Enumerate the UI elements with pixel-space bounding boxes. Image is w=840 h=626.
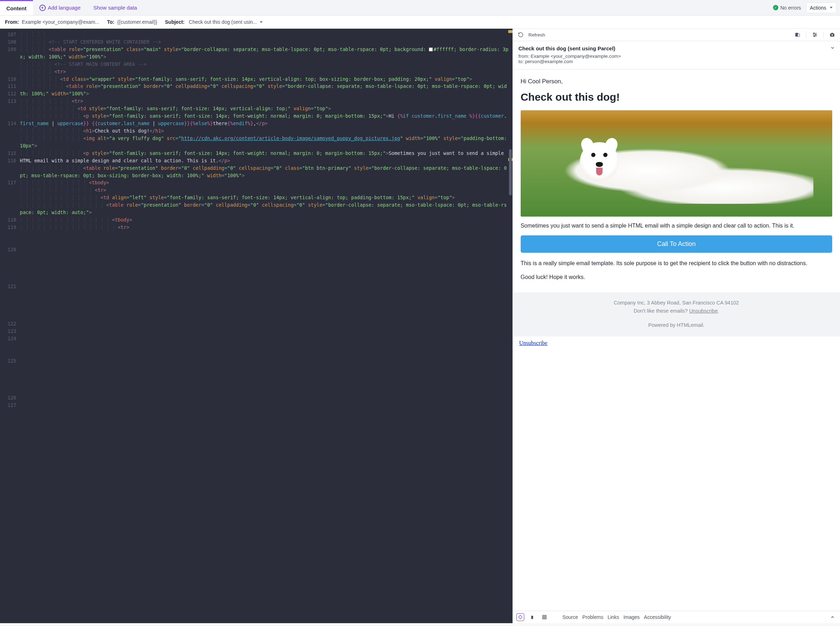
grid-icon[interactable]: [541, 613, 548, 621]
subject-value: Check out this dog (sent usin...: [189, 19, 257, 25]
plain-unsubscribe-row: Unsubscribe: [513, 336, 840, 350]
svg-point-8: [519, 616, 522, 618]
show-sample-data-button[interactable]: Show sample data: [87, 0, 143, 15]
unsubscribe-link[interactable]: Unsubscribe: [519, 340, 547, 346]
error-indicator[interactable]: ✓ No errors: [773, 5, 801, 11]
svg-rect-9: [531, 615, 533, 619]
email-hero-image: [521, 110, 832, 217]
meta-to[interactable]: To: {{customer.email}}: [107, 19, 157, 25]
email-paragraph-3: Good luck! Hope it works.: [521, 273, 832, 281]
tab-images[interactable]: Images: [623, 614, 640, 620]
svg-rect-1: [798, 34, 799, 36]
svg-point-4: [814, 36, 815, 37]
email-headline: Check out this dog!: [521, 91, 832, 103]
email-paragraph-2: This is a really simple email template. …: [521, 259, 832, 267]
footer-powered: Powered by HTMLemail.: [521, 321, 832, 329]
tab-source[interactable]: Source: [563, 614, 578, 620]
preview-header: Check out this dog (sent using Parcel) f…: [513, 41, 840, 69]
refresh-icon[interactable]: [518, 32, 524, 38]
footer-unsub-text: Don't like these emails?: [634, 308, 689, 314]
plus-circle-icon: +: [39, 5, 46, 11]
preview-from: from: Example <your_company@example.com>: [519, 53, 834, 59]
devices-icon[interactable]: [795, 32, 800, 38]
email-greeting: Hi Cool Person,: [521, 77, 832, 86]
add-language-label: Add language: [48, 5, 81, 11]
scrollbar-thumb[interactable]: [509, 149, 512, 195]
preview-pane: Refresh Check out this dog (sent using P…: [513, 29, 840, 623]
svg-point-3: [815, 34, 816, 36]
crosshair-icon[interactable]: [516, 613, 524, 621]
email-footer: Company Inc, 3 Abbey Road, San Francisco…: [513, 293, 840, 336]
email-body[interactable]: Hi Cool Person, Check out this dog! Some…: [513, 69, 840, 611]
editor-scrollbar[interactable]: [508, 29, 513, 623]
top-tab-bar: Content + Add language Show sample data …: [0, 0, 840, 16]
cta-button[interactable]: Call To Action: [521, 235, 832, 253]
footer-address: Company Inc, 3 Abbey Road, San Francisco…: [521, 299, 832, 307]
from-value: Example <your_company@exam...: [22, 19, 99, 25]
tab-links[interactable]: Links: [607, 614, 619, 620]
chevron-up-icon[interactable]: [829, 613, 837, 621]
actions-dropdown[interactable]: Actions: [806, 3, 837, 13]
preview-to: to: person@example.com: [519, 59, 834, 64]
preview-bottom-bar: Source Problems Links Images Accessibili…: [513, 611, 840, 623]
to-value: {{customer.email}}: [117, 19, 157, 25]
chevron-down-icon[interactable]: [830, 45, 835, 52]
footer-unsubscribe-link[interactable]: Unsubscribe: [689, 308, 718, 314]
refresh-label[interactable]: Refresh: [529, 32, 545, 38]
svg-point-6: [832, 34, 833, 36]
preview-toolbar: Refresh: [513, 29, 840, 41]
code-editor[interactable]: 1071081091101111121131141151161171181191…: [0, 29, 513, 623]
to-label: To:: [107, 19, 114, 25]
editor-code[interactable]: │ │ │ │ │ │ │ │ │ │ <!-- START CENTERED …: [20, 29, 513, 623]
svg-rect-10: [542, 615, 546, 619]
from-label: From:: [5, 19, 19, 25]
preview-title: Check out this dog (sent using Parcel): [519, 45, 834, 52]
meta-subject[interactable]: Subject: Check out this dog (sent usin..…: [165, 19, 263, 25]
scrollbar-marker: [508, 30, 513, 33]
tab-problems[interactable]: Problems: [582, 614, 603, 620]
sliders-icon[interactable]: [812, 32, 818, 38]
chevron-down-icon: [830, 7, 832, 8]
camera-icon[interactable]: [829, 32, 835, 38]
add-language-button[interactable]: + Add language: [33, 0, 87, 15]
mouse-icon[interactable]: [529, 613, 536, 621]
error-count-label: No errors: [781, 5, 801, 11]
chevron-down-icon: [260, 21, 263, 23]
editor-gutter: 1071081091101111121131141151161171181191…: [0, 29, 20, 623]
actions-label: Actions: [810, 5, 826, 11]
checkmark-icon: ✓: [773, 5, 778, 10]
email-paragraph-1: Sometimes you just want to send a simple…: [521, 222, 832, 230]
subject-label: Subject:: [165, 19, 185, 25]
tab-content[interactable]: Content: [0, 0, 33, 15]
svg-point-2: [813, 33, 815, 34]
meta-from[interactable]: From: Example <your_company@exam...: [5, 19, 99, 25]
svg-rect-7: [831, 33, 833, 34]
email-meta-bar: From: Example <your_company@exam... To: …: [0, 16, 840, 29]
tab-accessibility[interactable]: Accessibility: [644, 614, 671, 620]
